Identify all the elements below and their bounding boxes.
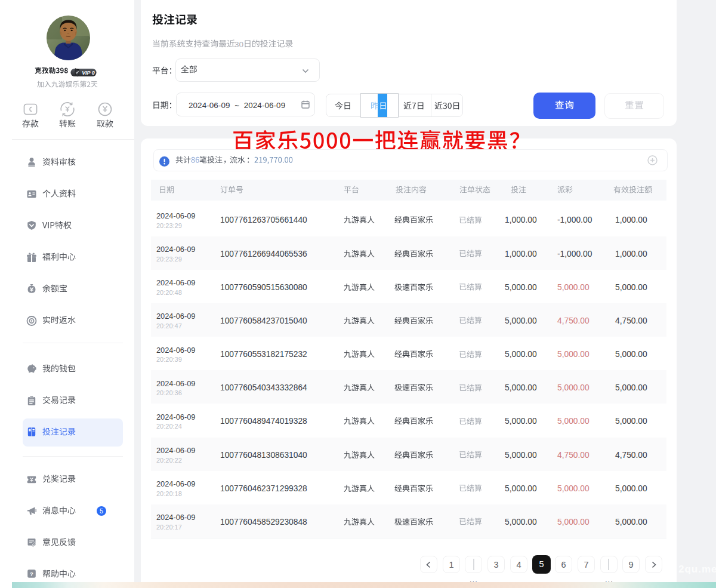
- svg-text:VIP 0: VIP 0: [82, 69, 94, 75]
- svg-text:?: ?: [30, 571, 33, 577]
